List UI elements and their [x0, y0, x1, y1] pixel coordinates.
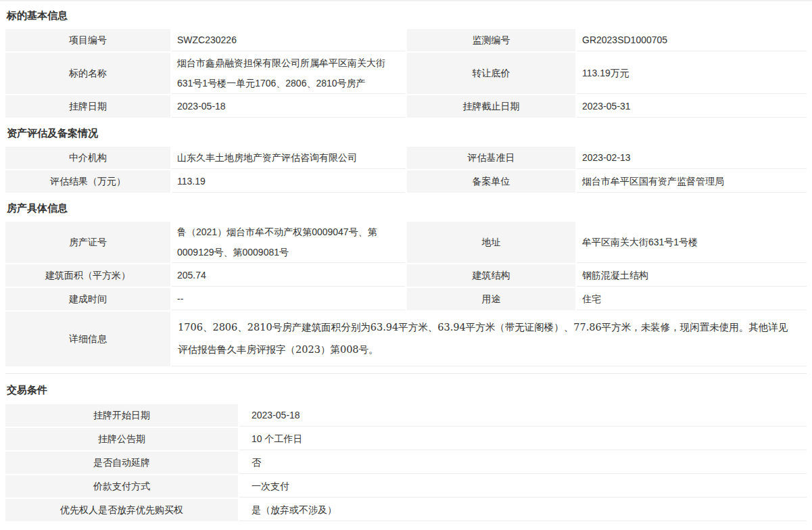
section-title: 交易条件 — [5, 374, 807, 404]
field-label: 监测编号 — [407, 29, 575, 51]
field-value: 113.19 — [172, 170, 405, 193]
table-row: 是否自动延牌 否 — [5, 452, 807, 474]
field-label: 挂牌开始日期 — [5, 404, 238, 427]
content-area: 标的基本信息 项目编号 SWZC230226 监测编号 GR2023SD1000… — [0, 1, 812, 521]
field-value: 2023-05-31 — [577, 95, 807, 118]
table-row: 建成时间 -- 用途 住宅 — [5, 288, 807, 310]
field-label: 挂牌公告期 — [5, 428, 238, 450]
field-value: 钢筋混凝土结构 — [577, 264, 807, 287]
field-value: 一次支付 — [239, 475, 807, 498]
field-label: 挂牌截止日期 — [407, 95, 575, 118]
field-label: 建筑结构 — [407, 264, 575, 287]
field-label: 价款支付方式 — [5, 475, 238, 498]
section-title: 资产评估及备案情况 — [5, 119, 807, 147]
table-row: 挂牌日期 2023-05-18 挂牌截止日期 2023-05-31 — [5, 95, 807, 118]
section-basic-info: 标的基本信息 项目编号 SWZC230226 监测编号 GR2023SD1000… — [5, 1, 807, 118]
field-value: 鲁（2021）烟台市牟不动产权第0009047号、第0009129号、第0009… — [172, 222, 405, 263]
field-value: 2023-05-18 — [172, 95, 405, 118]
field-label: 备案单位 — [407, 170, 575, 193]
field-value: 2023-02-13 — [577, 147, 807, 169]
field-label: 地址 — [407, 222, 575, 263]
field-value: 牟平区南关大街631号1号楼 — [577, 222, 807, 263]
field-value: 1706、2806、2810号房产建筑面积分别为63.94平方米、63.94平方… — [172, 312, 807, 366]
field-label: 评估结果（万元） — [5, 170, 170, 193]
field-value: 113.19万元 — [577, 53, 807, 94]
field-label: 评估基准日 — [407, 147, 575, 169]
field-value: 烟台市鑫鼎融资担保有限公司所属牟平区南关大街631号1号楼一单元1706、280… — [172, 53, 405, 94]
table-row: 价款支付方式 一次支付 — [5, 475, 807, 498]
field-label: 转让底价 — [407, 53, 575, 94]
table-row-detail-info: 详细信息 1706、2806、2810号房产建筑面积分别为63.94平方米、63… — [5, 312, 807, 366]
field-value: GR2023SD1000705 — [577, 29, 807, 51]
field-label: 标的名称 — [5, 53, 170, 94]
table-row: 评估结果（万元） 113.19 备案单位 烟台市牟平区国有资产监督管理局 — [5, 170, 807, 193]
field-value: SWZC230226 — [172, 29, 405, 51]
field-label: 优先权人是否放弃优先购买权 — [5, 499, 238, 521]
field-value: 2023-05-18 — [239, 404, 807, 427]
table-row: 中介机构 山东久丰土地房地产资产评估咨询有限公司 评估基准日 2023-02-1… — [5, 147, 807, 169]
field-label: 用途 — [407, 288, 575, 310]
field-label: 中介机构 — [5, 147, 170, 169]
section-title: 房产具体信息 — [5, 194, 807, 222]
field-value: 山东久丰土地房地产资产评估咨询有限公司 — [172, 147, 405, 169]
field-label: 是否自动延牌 — [5, 452, 238, 474]
field-value: 住宅 — [577, 288, 807, 310]
section-trade-conditions: 交易条件 挂牌开始日期 2023-05-18 挂牌公告期 10 个工作日 是否自… — [5, 373, 807, 521]
table-row: 项目编号 SWZC230226 监测编号 GR2023SD1000705 — [5, 29, 807, 51]
table-row: 房产证号 鲁（2021）烟台市牟不动产权第0009047号、第0009129号、… — [5, 222, 807, 263]
field-value: 否 — [239, 452, 807, 474]
listing-detail-page: 标的基本信息 项目编号 SWZC230226 监测编号 GR2023SD1000… — [0, 0, 812, 530]
table-row: 优先权人是否放弃优先购买权 是（放弃或不涉及） — [5, 499, 807, 521]
field-label: 建筑面积（平方米） — [5, 264, 170, 287]
section-asset-valuation: 资产评估及备案情况 中介机构 山东久丰土地房地产资产评估咨询有限公司 评估基准日… — [5, 119, 807, 193]
field-label: 挂牌日期 — [5, 95, 170, 118]
field-value: 烟台市牟平区国有资产监督管理局 — [577, 170, 807, 193]
field-label: 项目编号 — [5, 29, 170, 51]
section-property-details: 房产具体信息 房产证号 鲁（2021）烟台市牟不动产权第0009047号、第00… — [5, 194, 807, 366]
table-row: 挂牌开始日期 2023-05-18 — [5, 404, 807, 427]
table-row: 建筑面积（平方米） 205.74 建筑结构 钢筋混凝土结构 — [5, 264, 807, 287]
field-label: 房产证号 — [5, 222, 170, 263]
field-label: 建成时间 — [5, 288, 170, 310]
field-value: 205.74 — [172, 264, 405, 287]
field-value: -- — [172, 288, 405, 310]
table-row: 标的名称 烟台市鑫鼎融资担保有限公司所属牟平区南关大街631号1号楼一单元170… — [5, 53, 807, 94]
table-row: 挂牌公告期 10 个工作日 — [5, 428, 807, 450]
field-value: 是（放弃或不涉及） — [239, 499, 807, 521]
field-value: 10 个工作日 — [239, 428, 807, 450]
field-label: 详细信息 — [5, 312, 170, 366]
section-title: 标的基本信息 — [5, 1, 807, 29]
